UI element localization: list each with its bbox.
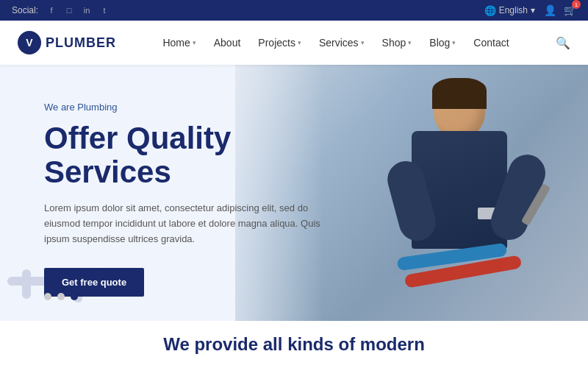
cart-icon[interactable]: 🛒 1 [564, 4, 576, 16]
shop-caret: ▾ [408, 39, 412, 46]
nav-link-blog[interactable]: Blog ▾ [429, 37, 456, 49]
nav-item-projects[interactable]: Projects ▾ [258, 37, 301, 49]
nav-item-home[interactable]: Home ▾ [162, 37, 196, 49]
globe-icon: 🌐 [484, 5, 496, 16]
user-icon[interactable]: 👤 [544, 4, 556, 16]
cart-badge: 1 [572, 0, 581, 9]
language-label: English [499, 5, 528, 15]
logo[interactable]: V PLUMBER [18, 31, 116, 54]
facebook-icon[interactable]: f [46, 4, 57, 16]
nav-item-services[interactable]: Services ▾ [319, 37, 365, 49]
hero-dots [44, 293, 78, 300]
nav-link-about[interactable]: About [214, 37, 241, 49]
hero-content: We are Plumbing Offer Quality Services L… [0, 65, 382, 321]
nav-item-blog[interactable]: Blog ▾ [429, 37, 456, 49]
nav-links: Home ▾ About Projects ▾ Services ▾ Shop [162, 37, 509, 49]
language-caret: ▾ [531, 5, 535, 15]
linkedin-icon[interactable]: in [81, 4, 93, 16]
social-label: Social: [12, 5, 38, 15]
get-free-quote-button[interactable]: Get free quote [44, 268, 144, 297]
hero-title: Offer Quality Services [44, 121, 338, 189]
hero-person-image [382, 79, 544, 300]
hero-subtitle: We are Plumbing [44, 102, 338, 113]
language-selector[interactable]: 🌐 English ▾ [484, 5, 535, 16]
bottom-section: We provide all kinds of modern [0, 321, 588, 368]
services-caret: ▾ [361, 39, 365, 46]
bottom-title: We provide all kinds of modern [163, 334, 425, 355]
dot-1[interactable] [44, 293, 51, 300]
instagram-icon[interactable]: □ [63, 4, 75, 16]
top-bar-action-icons: 👤 🛒 1 [544, 4, 576, 16]
logo-letter: V [26, 37, 32, 49]
home-caret: ▾ [193, 39, 196, 46]
nav-link-projects[interactable]: Projects ▾ [258, 37, 301, 49]
projects-caret: ▾ [298, 39, 301, 46]
hero-description: Lorem ipsum dolor sit amet, consectetur … [44, 201, 338, 247]
blog-caret: ▾ [452, 39, 456, 46]
nav-link-services[interactable]: Services ▾ [319, 37, 365, 49]
search-icon[interactable]: 🔍 [556, 36, 570, 50]
top-bar-left: Social: f □ in t [12, 4, 110, 16]
hero-section: We are Plumbing Offer Quality Services L… [0, 65, 588, 321]
top-bar-right: 🌐 English ▾ 👤 🛒 1 [484, 4, 576, 16]
nav-item-contact[interactable]: Contact [473, 37, 509, 49]
logo-text: PLUMBER [46, 35, 116, 51]
navbar: V PLUMBER Home ▾ About Projects ▾ Servic… [0, 21, 588, 65]
nav-link-home[interactable]: Home ▾ [162, 37, 196, 49]
social-icons-group: f □ in t [46, 4, 110, 16]
logo-icon: V [18, 31, 41, 54]
nav-item-about[interactable]: About [214, 37, 241, 49]
person-hair [432, 78, 487, 109]
nav-link-shop[interactable]: Shop ▾ [382, 37, 412, 49]
nav-link-contact[interactable]: Contact [473, 37, 509, 49]
dot-2[interactable] [57, 293, 65, 300]
nav-item-shop[interactable]: Shop ▾ [382, 37, 412, 49]
dot-3[interactable] [71, 293, 78, 300]
top-bar: Social: f □ in t 🌐 English ▾ 👤 🛒 1 [0, 0, 588, 21]
twitter-icon[interactable]: t [98, 4, 110, 16]
